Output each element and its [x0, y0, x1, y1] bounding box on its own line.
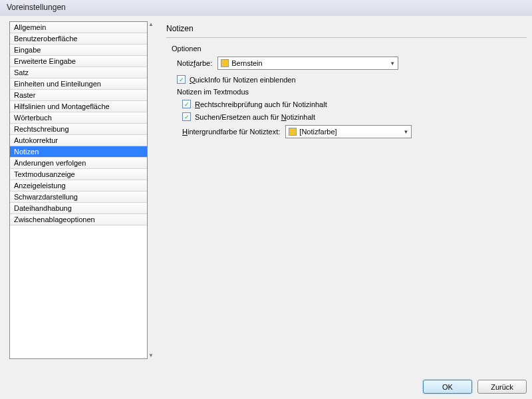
- note-color-value: Bernstein: [231, 59, 386, 67]
- color-swatch-icon: [221, 59, 229, 67]
- sidebar-item[interactable]: Autokorrektur: [10, 135, 147, 146]
- color-swatch-icon: [289, 128, 297, 136]
- sidebar-item[interactable]: Änderungen verfolgen: [10, 158, 147, 169]
- bg-color-value: [Notizfarbe]: [299, 128, 399, 136]
- scroll-down-icon[interactable]: ▼: [148, 352, 154, 359]
- sidebar-wrap: ▲ AllgemeinBenutzeroberflächeEingabeErwe…: [9, 21, 154, 394]
- sidebar-item[interactable]: Notizen: [10, 146, 147, 158]
- bg-color-dropdown[interactable]: [Notizfarbe] ▼: [285, 125, 412, 138]
- sidebar-item[interactable]: Hilfslinien und Montagefläche: [10, 101, 147, 112]
- scroll-up-icon[interactable]: ▲: [148, 21, 154, 28]
- bg-color-row: Hintergrundfarbe für Notiztext: [Notizfa…: [182, 125, 527, 138]
- chevron-down-icon: ▼: [403, 129, 408, 135]
- category-list[interactable]: AllgemeinBenutzeroberflächeEingabeErweit…: [9, 21, 148, 359]
- options-group: Optionen Notizfarbe: Bernstein ▼ ✓ Quick…: [172, 45, 527, 138]
- back-button[interactable]: Zurück: [477, 380, 527, 394]
- sidebar-item[interactable]: Textmodusanzeige: [10, 169, 147, 180]
- window-titlebar: Voreinstellungen: [0, 0, 532, 17]
- sidebar-item[interactable]: Dateihandhabung: [10, 203, 147, 214]
- bg-color-label: Hintergrundfarbe für Notiztext:: [182, 128, 280, 136]
- note-color-dropdown[interactable]: Bernstein ▼: [217, 57, 398, 70]
- sidebar-item[interactable]: Einheiten und Einteilungen: [10, 78, 147, 90]
- sidebar-item[interactable]: Erweiterte Eingabe: [10, 56, 147, 67]
- main-pane: Notizen Optionen Notizfarbe: Bernstein ▼…: [166, 21, 527, 394]
- note-color-label: Notizfarbe:: [177, 59, 212, 67]
- options-label: Optionen: [172, 45, 527, 53]
- quickinfo-label: QuickInfo für Notizen einblenden: [190, 76, 296, 84]
- dialog-footer: OK Zurück: [423, 380, 527, 394]
- sidebar-item[interactable]: Wörterbuch: [10, 112, 147, 124]
- sidebar-item[interactable]: Schwarzdarstellung: [10, 192, 147, 203]
- page-title: Notizen: [166, 24, 527, 33]
- checkbox-icon: ✓: [182, 100, 191, 108]
- note-color-row: Notizfarbe: Bernstein ▼: [177, 57, 527, 70]
- sidebar-item[interactable]: Zwischenablageoptionen: [10, 214, 147, 225]
- sidebar-item[interactable]: Eingabe: [10, 45, 147, 56]
- sidebar-item[interactable]: Benutzeroberfläche: [10, 33, 147, 45]
- spellcheck-label: Rechtschreibprüfung auch für Notizinhalt: [195, 100, 327, 108]
- checkbox-icon: ✓: [177, 75, 186, 84]
- textmode-label: Notizen im Textmodus: [177, 88, 527, 96]
- chevron-down-icon: ▼: [390, 61, 395, 66]
- divider: [166, 37, 527, 38]
- search-replace-checkbox-row[interactable]: ✓ Suchen/Ersetzen auch für Notizinhalt: [182, 112, 527, 121]
- preferences-panel: ▲ AllgemeinBenutzeroberflächeEingabeErwe…: [0, 16, 532, 399]
- sidebar-item[interactable]: Rechtschreibung: [10, 124, 147, 135]
- search-replace-label: Suchen/Ersetzen auch für Notizinhalt: [195, 113, 315, 121]
- content-area: ▲ AllgemeinBenutzeroberflächeEingabeErwe…: [0, 16, 532, 399]
- sidebar-item[interactable]: Allgemein: [10, 22, 147, 33]
- window-title: Voreinstellungen: [7, 3, 66, 12]
- sidebar-item[interactable]: Raster: [10, 90, 147, 101]
- checkbox-icon: ✓: [182, 112, 191, 121]
- textmode-group: Notizen im Textmodus ✓ Rechtschreibprüfu…: [177, 88, 527, 138]
- spellcheck-checkbox-row[interactable]: ✓ Rechtschreibprüfung auch für Notizinha…: [182, 100, 527, 108]
- sidebar-item[interactable]: Anzeigeleistung: [10, 180, 147, 192]
- sidebar-item[interactable]: Satz: [10, 67, 147, 78]
- quickinfo-checkbox-row[interactable]: ✓ QuickInfo für Notizen einblenden: [177, 75, 527, 84]
- ok-button[interactable]: OK: [423, 380, 472, 394]
